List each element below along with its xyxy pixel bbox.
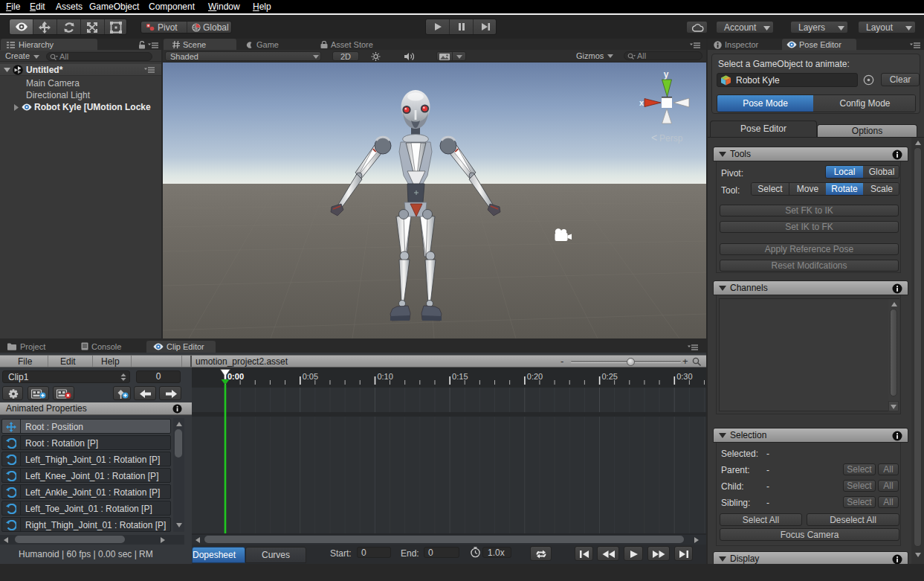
svg-text:y: y	[664, 69, 669, 80]
svg-text:0:25: 0:25	[602, 372, 618, 381]
svg-text:0:30: 0:30	[676, 372, 692, 381]
svg-text:0:15: 0:15	[452, 372, 468, 381]
svg-text:x: x	[639, 98, 644, 107]
svg-text:Persp: Persp	[659, 133, 683, 144]
svg-text:0:20: 0:20	[527, 372, 543, 381]
svg-text:0:10: 0:10	[377, 372, 392, 381]
svg-text:0:05: 0:05	[303, 372, 318, 381]
svg-text:0:00: 0:00	[227, 372, 244, 381]
svg-text:<: <	[651, 132, 657, 144]
